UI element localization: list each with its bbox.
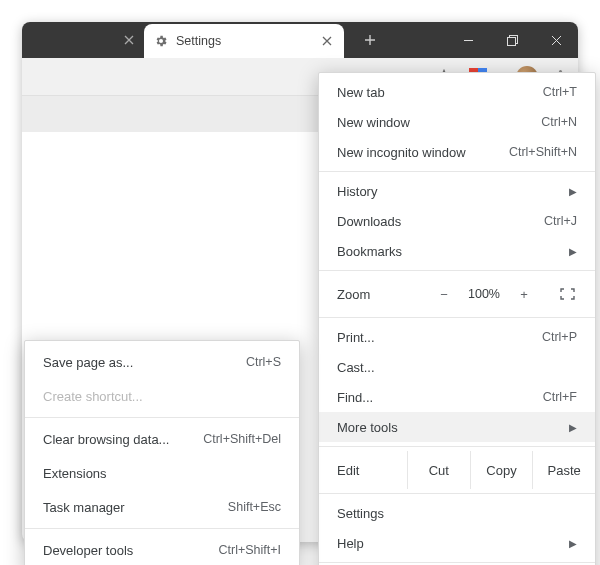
menu-item-more-tools[interactable]: More tools▶ — [319, 412, 595, 442]
menu-separator — [319, 446, 595, 447]
chevron-right-icon: ▶ — [569, 538, 577, 549]
menu-item-bookmarks[interactable]: Bookmarks▶ — [319, 236, 595, 266]
menu-item-cast[interactable]: Cast... — [319, 352, 595, 382]
menu-item-downloads[interactable]: DownloadsCtrl+J — [319, 206, 595, 236]
fullscreen-button[interactable] — [547, 288, 587, 300]
background-tab[interactable] — [34, 22, 144, 58]
menu-separator — [319, 171, 595, 172]
plus-icon — [364, 34, 376, 46]
submenu-item-developer-tools[interactable]: Developer toolsCtrl+Shift+I — [25, 533, 299, 565]
menu-item-history[interactable]: History▶ — [319, 176, 595, 206]
titlebar: Settings — [22, 22, 578, 58]
close-icon[interactable] — [124, 35, 134, 45]
active-tab[interactable]: Settings — [144, 24, 344, 58]
submenu-item-task-manager[interactable]: Task managerShift+Esc — [25, 490, 299, 524]
zoom-in-button[interactable]: + — [507, 287, 541, 302]
gear-icon — [154, 34, 168, 48]
window-controls — [446, 22, 578, 58]
menu-separator — [319, 270, 595, 271]
menu-item-new-window[interactable]: New windowCtrl+N — [319, 107, 595, 137]
menu-separator — [25, 417, 299, 418]
chevron-right-icon: ▶ — [569, 246, 577, 257]
close-icon — [551, 35, 562, 46]
menu-item-settings[interactable]: Settings — [319, 498, 595, 528]
close-icon[interactable] — [320, 36, 334, 46]
new-tab-button[interactable] — [354, 22, 386, 58]
submenu-item-clear-browsing-data[interactable]: Clear browsing data...Ctrl+Shift+Del — [25, 422, 299, 456]
menu-item-new-tab[interactable]: New tabCtrl+T — [319, 77, 595, 107]
edit-paste-button[interactable]: Paste — [532, 451, 595, 489]
menu-item-find[interactable]: Find...Ctrl+F — [319, 382, 595, 412]
menu-separator — [319, 562, 595, 563]
zoom-out-button[interactable]: − — [427, 287, 461, 302]
edit-cut-button[interactable]: Cut — [407, 451, 470, 489]
submenu-item-extensions[interactable]: Extensions — [25, 456, 299, 490]
more-tools-submenu: Save page as...Ctrl+S Create shortcut...… — [24, 340, 300, 565]
chevron-right-icon: ▶ — [569, 186, 577, 197]
minimize-icon — [463, 35, 474, 46]
maximize-button[interactable] — [490, 22, 534, 58]
menu-item-zoom: Zoom − 100% + — [319, 275, 595, 313]
menu-separator — [319, 317, 595, 318]
submenu-item-create-shortcut: Create shortcut... — [25, 379, 299, 413]
menu-separator — [25, 528, 299, 529]
menu-item-help[interactable]: Help▶ — [319, 528, 595, 558]
submenu-item-save-page[interactable]: Save page as...Ctrl+S — [25, 345, 299, 379]
chevron-right-icon: ▶ — [569, 422, 577, 433]
minimize-button[interactable] — [446, 22, 490, 58]
close-window-button[interactable] — [534, 22, 578, 58]
edit-copy-button[interactable]: Copy — [470, 451, 533, 489]
zoom-value: 100% — [461, 287, 507, 301]
menu-separator — [319, 493, 595, 494]
menu-item-edit: Edit Cut Copy Paste — [319, 451, 595, 489]
fullscreen-icon — [560, 288, 575, 300]
menu-item-new-incognito[interactable]: New incognito windowCtrl+Shift+N — [319, 137, 595, 167]
maximize-icon — [507, 35, 518, 46]
svg-rect-1 — [507, 37, 515, 45]
tab-title: Settings — [176, 34, 312, 48]
menu-item-print[interactable]: Print...Ctrl+P — [319, 322, 595, 352]
main-menu: New tabCtrl+T New windowCtrl+N New incog… — [318, 72, 596, 565]
